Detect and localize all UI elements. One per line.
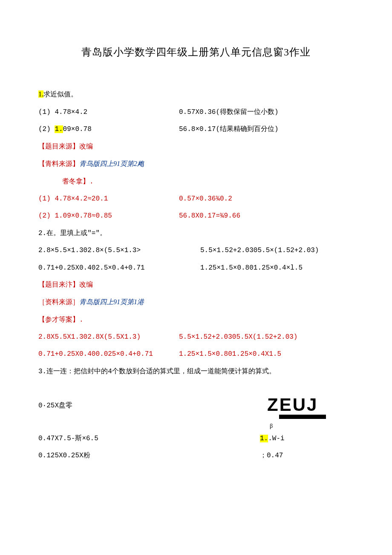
q1-head-text: 求近似值。 [43,90,78,98]
q2-line1a: 2.8×5.5×1.302.8×(5.5×1.3> [38,244,200,257]
page-title: 青岛版小学数学四年级上册第八单元信息窗3作业 [38,43,354,62]
q2-source3: 【参才等案】. [38,314,354,326]
q2-line2b: 1.25×1.5×0.801.25×0.4×l.5 [200,262,303,274]
q1-source3: 耆冬拿】. [38,175,354,188]
q2-line2: 0.71+0.25X0.402.5×0.4+0.71 1.25×1.5×0.80… [38,262,354,274]
q1-line2-left: (2) 1.09×0.78 [38,123,179,136]
q1-line2-right: 56.8×0.17(结果精确到百分位) [179,123,279,136]
q1-number: 1. [38,90,43,98]
q2-line2a: 0.71+0.25X0.402.5×0.4+0.71 [38,262,200,274]
q2-source2: ［资料来源］青岛版四上91页第1港 [38,296,354,309]
beta-text: β [270,421,326,432]
q1-ans2a: (2) 1.09×0.78≈0.85 [38,209,179,222]
q2-heading: 2.在。里填上或"="。 [38,227,354,240]
q2-answer2: 0.71+0.25X0.400.025×0.4+0.71 1.25×1.5×0.… [38,348,354,360]
q1-source1: 【题目来源】改编 [38,140,354,153]
q1-source2: 【青料来源】青鸟版四上91页第2飑 [38,157,354,171]
q1-line1-left: (1) 4.78×4.2 [38,106,179,119]
q1-ans1b: 0.57×0.36¾0.2 [179,192,232,205]
q1-ans1a: (1) 4.78×4.2≈20.1 [38,192,179,205]
q3-line2-right: 1..W-i [260,432,354,445]
q2-ans2a: 0.71+0.25X0.400.025×0.4+0.71 [38,348,179,360]
q3-line2-left: 0.47X7.5-斯×6.5 [38,432,98,445]
q2-source1: 【题目来汴】改编 [38,279,354,291]
q3-line1-left: 0·25X盘零 [38,399,72,412]
q2-ans1a: 2.8X5.5X1.302.8X(5.5X1.3) [38,331,179,343]
q1-answer2: (2) 1.09×0.78≈0.85 56.8X0.17=¾9.66 [38,209,354,222]
q3-heading: 3.连一连：把信封中的4个数放到合适的算式里，组成一道能简便计算的算式。 [38,365,354,378]
q2-line1b: 5.5×1.52+2.0305.5×(1.52+2.03) [200,244,319,257]
q1-line2: (2) 1.09×0.78 56.8×0.17(结果精确到百分位) [38,123,354,136]
q1-answer1: (1) 4.78×4.2≈20.1 0.57×0.36¾0.2 [38,192,354,205]
q2-line1: 2.8×5.5×1.302.8×(5.5×1.3> 5.5×1.52+2.030… [38,244,354,257]
q2-ans2b: 1.25×1.5×0.801.25×0.4X1.5 [179,348,281,360]
q2-ans1b: 5.5×1.52+2.0305.5X(1.52+2.03) [179,331,297,343]
q3-line3-left: 0.125X0.25X粉 [38,449,90,462]
black-bar-icon [279,415,326,419]
q3-block: ZEUJ β 0·25X盘零 0.47X7.5-斯×6.5 1..W-i 0.1… [38,399,354,462]
q3-line3: 0.125X0.25X粉 ；0.47 [38,449,354,462]
q3-line2: 0.47X7.5-斯×6.5 1..W-i [38,432,354,445]
q1-ans2b: 56.8X0.17=¾9.66 [179,209,240,222]
q1-heading: 1.求近似值。 [38,88,354,101]
q1-line1: (1) 4.78×4.2 0.57X0.36(得数保留一位小数) [38,106,354,119]
zeuj-graphic: ZEUJ β [267,396,326,432]
q3-line3-right: ；0.47 [260,449,354,462]
q1-line1-right: 0.57X0.36(得数保留一位小数) [179,106,279,119]
document-page: 青岛版小学数学四年级上册第八单元信息窗3作业 1.求近似值。 (1) 4.78×… [0,0,392,492]
q2-answer1: 2.8X5.5X1.302.8X(5.5X1.3) 5.5×1.52+2.030… [38,331,354,343]
zeuj-text: ZEUJ [267,396,326,414]
